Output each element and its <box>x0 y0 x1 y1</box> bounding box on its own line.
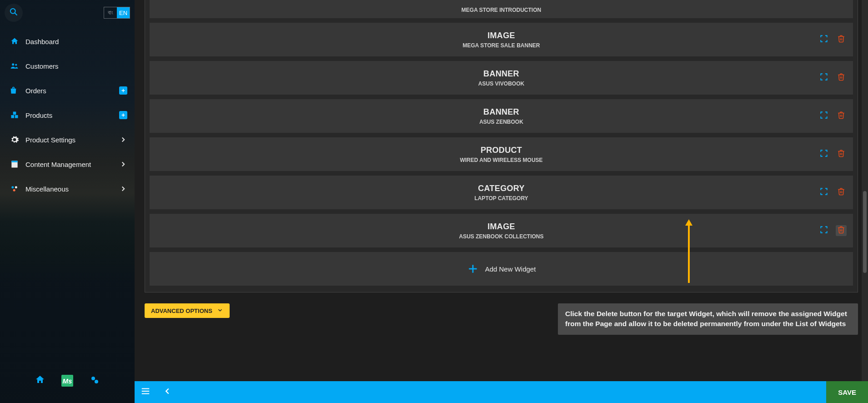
widget-title: IMAGE <box>459 222 543 232</box>
instruction-tooltip: Click the Delete button for the target W… <box>558 303 858 335</box>
add-widget-label: Add New Widget <box>485 265 536 273</box>
sidebar-footer <box>0 375 135 387</box>
sidebar-item-product-settings[interactable]: Product Settings <box>0 127 135 152</box>
delete-button[interactable] <box>836 34 847 45</box>
sidebar-item-customers[interactable]: Customers <box>0 54 135 78</box>
expand-icon <box>820 35 828 45</box>
widget-text: IMAGEMEGA STORE SALE BANNER <box>462 31 540 49</box>
widget-subtitle: ASUS VIVOBOOK <box>478 81 524 87</box>
chevron-right-icon <box>119 160 127 168</box>
chevron-left-icon <box>162 386 172 398</box>
svg-point-0 <box>10 9 15 14</box>
widget-card[interactable]: MEGA STORE INTRODUCTION <box>150 0 853 18</box>
home-shortcut[interactable] <box>34 375 46 387</box>
chevron-down-icon <box>217 307 223 315</box>
expand-icon <box>820 73 828 83</box>
sidebar-item-label: Products <box>25 111 52 119</box>
sidebar-item-dashboard[interactable]: Dashboard <box>0 29 135 54</box>
plus-badge-icon[interactable] <box>119 86 127 95</box>
expand-button[interactable] <box>818 34 829 45</box>
delete-button[interactable] <box>836 187 847 198</box>
expand-icon <box>820 226 828 236</box>
sidebar-item-label: Miscellaneous <box>25 185 69 193</box>
delete-button[interactable] <box>836 225 847 236</box>
save-button[interactable]: SAVE <box>826 381 868 403</box>
svg-rect-7 <box>15 115 18 118</box>
chevron-right-icon <box>119 136 127 144</box>
sidebar-item-tail <box>119 160 127 168</box>
expand-button[interactable] <box>818 72 829 83</box>
expand-icon <box>820 149 828 159</box>
trash-icon <box>837 149 845 159</box>
menu-button[interactable] <box>135 381 156 403</box>
chevron-right-icon <box>119 185 127 193</box>
widget-actions <box>818 111 847 121</box>
expand-button[interactable] <box>818 187 829 198</box>
svg-rect-8 <box>13 112 16 115</box>
scrollbar[interactable] <box>862 0 868 381</box>
expand-button[interactable] <box>818 111 829 121</box>
settings-shortcut[interactable] <box>89 375 100 387</box>
sidebar-nav: DashboardCustomersOrdersProductsProduct … <box>0 25 135 201</box>
widget-title: PRODUCT <box>460 146 542 155</box>
sidebar-item-miscellaneous[interactable]: Miscellaneous <box>0 176 135 201</box>
widget-actions <box>818 34 847 45</box>
cart-icon <box>9 86 20 95</box>
widget-title: CATEGORY <box>474 184 528 193</box>
sidebar-top: বাং EN <box>0 0 135 25</box>
dots-icon <box>9 184 20 193</box>
sidebar-item-tail <box>119 136 127 144</box>
language-bn[interactable]: বাং <box>104 7 117 18</box>
save-label: SAVE <box>838 388 856 396</box>
page-icon <box>9 160 20 169</box>
delete-button[interactable] <box>836 111 847 121</box>
widget-card[interactable]: CATEGORYLAPTOP CATEGORY <box>150 176 853 209</box>
widget-subtitle: LAPTOP CATEGORY <box>474 195 528 202</box>
widget-card[interactable]: PRODUCTWIRED AND WIRELESS MOUSE <box>150 137 853 171</box>
delete-button[interactable] <box>836 149 847 160</box>
sidebar-item-products[interactable]: Products <box>0 103 135 127</box>
widget-title: BANNER <box>479 107 523 117</box>
main: MEGA STORE INTRODUCTIONIMAGEMEGA STORE S… <box>135 0 868 403</box>
widget-list: MEGA STORE INTRODUCTIONIMAGEMEGA STORE S… <box>145 0 858 292</box>
sidebar-item-content-management[interactable]: Content Management <box>0 152 135 176</box>
expand-button[interactable] <box>818 149 829 160</box>
widget-actions <box>818 225 847 236</box>
add-widget-button[interactable]: Add New Widget <box>150 252 853 286</box>
svg-point-15 <box>13 189 15 191</box>
gear-group-icon <box>89 374 100 387</box>
widget-actions <box>818 72 847 83</box>
plus-badge-icon[interactable] <box>119 111 127 119</box>
widget-text: CATEGORYLAPTOP CATEGORY <box>474 184 528 202</box>
widget-subtitle: ASUS ZENBOOK COLLECTIONS <box>459 233 543 240</box>
trash-icon <box>837 111 845 121</box>
widget-subtitle: MEGA STORE INTRODUCTION <box>462 7 541 13</box>
sidebar-item-tail <box>119 86 127 95</box>
trash-icon <box>837 226 845 236</box>
svg-point-17 <box>95 380 98 383</box>
app-logo[interactable] <box>61 375 73 387</box>
delete-button[interactable] <box>836 72 847 83</box>
widget-card[interactable]: IMAGEMEGA STORE SALE BANNER <box>150 23 853 56</box>
sidebar-item-label: Product Settings <box>25 136 75 144</box>
back-button[interactable] <box>156 381 178 403</box>
advanced-options-button[interactable]: ADVANCED OPTIONS <box>145 303 230 318</box>
sidebar-item-label: Dashboard <box>25 38 59 45</box>
sidebar-item-label: Orders <box>25 87 46 95</box>
widget-text: MEGA STORE INTRODUCTION <box>462 5 541 13</box>
svg-rect-12 <box>11 161 17 162</box>
group-icon <box>9 61 20 71</box>
widget-card[interactable]: BANNERASUS ZENBOOK <box>150 99 853 133</box>
sidebar-item-tail <box>119 111 127 119</box>
widget-card[interactable]: IMAGEASUS ZENBOOK COLLECTIONS <box>150 214 853 247</box>
language-toggle[interactable]: বাং EN <box>104 7 130 19</box>
expand-button[interactable] <box>818 225 829 236</box>
widget-actions <box>818 149 847 160</box>
content-area: MEGA STORE INTRODUCTIONIMAGEMEGA STORE S… <box>135 0 868 381</box>
widget-actions <box>818 187 847 198</box>
language-en[interactable]: EN <box>117 7 130 18</box>
sidebar-item-orders[interactable]: Orders <box>0 78 135 103</box>
search-button[interactable] <box>5 4 23 22</box>
widget-card[interactable]: BANNERASUS VIVOBOOK <box>150 61 853 95</box>
expand-icon <box>820 111 828 121</box>
